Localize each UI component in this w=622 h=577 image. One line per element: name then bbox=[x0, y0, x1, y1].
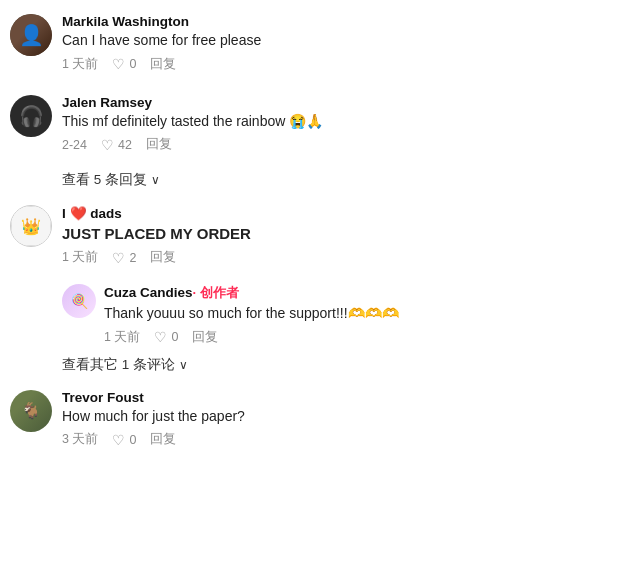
comment-block-dads: 👑 I ❤️ dads JUST PLACED MY ORDER 1 天前 ♡ … bbox=[10, 201, 612, 270]
comment-text-markila: Can I have some for free please bbox=[62, 31, 612, 51]
view-replies-jalen[interactable]: 查看 5 条回复 ∨ bbox=[62, 171, 612, 189]
comment-body-cuza: Cuza Candies· 创作者 Thank youuu so much fo… bbox=[104, 284, 612, 346]
username-jalen: Jalen Ramsey bbox=[62, 95, 612, 110]
like-count-cuza: 0 bbox=[171, 330, 178, 344]
reply-dads[interactable]: 回复 bbox=[150, 249, 176, 266]
comment-block-jalen: 🎧 Jalen Ramsey This mf definitely tasted… bbox=[10, 91, 612, 158]
reply-jalen[interactable]: 回复 bbox=[146, 136, 172, 153]
comment-time-trevor: 3 天前 bbox=[62, 431, 98, 448]
like-trevor[interactable]: ♡ 0 bbox=[112, 432, 136, 448]
avatar-trevor: 🐐 bbox=[10, 390, 52, 432]
chevron-down-icon-other: ∨ bbox=[179, 358, 188, 372]
comment-meta-cuza: 1 天前 ♡ 0 回复 bbox=[104, 329, 612, 346]
avatar-cuza: 🍭 bbox=[62, 284, 96, 318]
username-cuza: Cuza Candies· 创作者 bbox=[104, 284, 612, 302]
avatar-markila: 👤 bbox=[10, 14, 52, 56]
like-count-trevor: 0 bbox=[129, 433, 136, 447]
heart-icon-markila: ♡ bbox=[112, 56, 125, 72]
comment-time-markila: 1 天前 bbox=[62, 56, 98, 73]
comment-meta-jalen: 2-24 ♡ 42 回复 bbox=[62, 136, 612, 153]
like-count-dads: 2 bbox=[129, 251, 136, 265]
comment-meta-dads: 1 天前 ♡ 2 回复 bbox=[62, 249, 612, 266]
comment-block-trevor: 🐐 Trevor Foust How much for just the pap… bbox=[10, 386, 612, 453]
comment-meta-trevor: 3 天前 ♡ 0 回复 bbox=[62, 431, 612, 448]
like-cuza[interactable]: ♡ 0 bbox=[154, 329, 178, 345]
heart-icon-jalen: ♡ bbox=[101, 137, 114, 153]
comment-time-dads: 1 天前 bbox=[62, 249, 98, 266]
username-dads: I ❤️ dads bbox=[62, 205, 612, 221]
like-count-markila: 0 bbox=[129, 57, 136, 71]
comment-block-cuza: 🍭 Cuza Candies· 创作者 Thank youuu so much … bbox=[62, 284, 612, 346]
like-dads[interactable]: ♡ 2 bbox=[112, 250, 136, 266]
comment-block-markila: 👤 Markila Washington Can I have some for… bbox=[10, 10, 612, 77]
creator-badge-cuza: · 创作者 bbox=[193, 285, 239, 300]
comment-meta-markila: 1 天前 ♡ 0 回复 bbox=[62, 56, 612, 73]
view-other-replies[interactable]: 查看其它 1 条评论 ∨ bbox=[62, 356, 612, 374]
heart-icon-cuza: ♡ bbox=[154, 329, 167, 345]
comment-text-jalen: This mf definitely tasted the rainbow 😭🙏 bbox=[62, 112, 612, 132]
avatar-dads: 👑 bbox=[10, 205, 52, 247]
chevron-down-icon-jalen: ∨ bbox=[151, 173, 160, 187]
reply-cuza[interactable]: 回复 bbox=[192, 329, 218, 346]
like-jalen[interactable]: ♡ 42 bbox=[101, 137, 132, 153]
comment-section: 👤 Markila Washington Can I have some for… bbox=[0, 10, 622, 452]
username-trevor: Trevor Foust bbox=[62, 390, 612, 405]
like-count-jalen: 42 bbox=[118, 138, 132, 152]
heart-icon-dads: ♡ bbox=[112, 250, 125, 266]
view-replies-label-jalen: 查看 5 条回复 bbox=[62, 171, 147, 189]
heart-icon-trevor: ♡ bbox=[112, 432, 125, 448]
username-markila: Markila Washington bbox=[62, 14, 612, 29]
comment-text-trevor: How much for just the paper? bbox=[62, 407, 612, 427]
reply-markila[interactable]: 回复 bbox=[150, 56, 176, 73]
comment-time-cuza: 1 天前 bbox=[104, 329, 140, 346]
like-markila[interactable]: ♡ 0 bbox=[112, 56, 136, 72]
comment-text-dads: JUST PLACED MY ORDER bbox=[62, 223, 612, 244]
comment-body-jalen: Jalen Ramsey This mf definitely tasted t… bbox=[62, 95, 612, 154]
avatar-jalen: 🎧 bbox=[10, 95, 52, 137]
comment-body-dads: I ❤️ dads JUST PLACED MY ORDER 1 天前 ♡ 2 … bbox=[62, 205, 612, 266]
comment-body-trevor: Trevor Foust How much for just the paper… bbox=[62, 390, 612, 449]
comment-time-jalen: 2-24 bbox=[62, 138, 87, 152]
view-other-replies-label: 查看其它 1 条评论 bbox=[62, 356, 175, 374]
reply-trevor[interactable]: 回复 bbox=[150, 431, 176, 448]
comment-body-markila: Markila Washington Can I have some for f… bbox=[62, 14, 612, 73]
comment-text-cuza: Thank youuu so much for the support!!!🫶🫶… bbox=[104, 304, 612, 324]
